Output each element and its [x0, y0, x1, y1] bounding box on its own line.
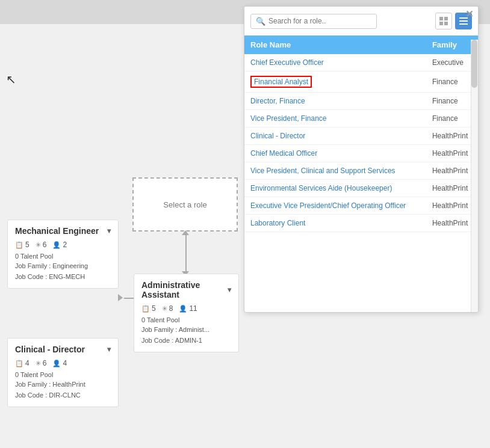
- gear-icon: ✳: [36, 241, 41, 249]
- role-name-cell[interactable]: Clinical - Director: [244, 127, 426, 145]
- role-name-cell[interactable]: Chief Executive Officer: [244, 54, 426, 72]
- panel-header: 🔍: [244, 7, 478, 29]
- role-table: Role Name Family Chief Executive Officer…: [244, 35, 478, 232]
- table-row[interactable]: Vice President, FinanceFinance: [244, 110, 478, 127]
- card-meta-cd: Job Family : HealthPrint Job Code : DIR-…: [15, 379, 111, 400]
- stat-people-admin: 👤 11: [179, 304, 197, 313]
- role-name-link[interactable]: Laboratory Client: [250, 219, 305, 227]
- search-row: 🔍: [250, 13, 472, 29]
- books-icon: 📋: [15, 241, 23, 249]
- table-header-row: Role Name Family: [244, 35, 478, 54]
- role-name-link[interactable]: Vice President, Clinical and Support Ser…: [250, 167, 395, 175]
- arrow-up-icon: [182, 230, 189, 235]
- card-mechanical-engineer: Mechanical Engineer ▾ 📋 5 ✳ 6 👤 2 0 Tale…: [7, 219, 119, 289]
- role-name-link[interactable]: Chief Medical Officer: [250, 149, 317, 158]
- people-icon-2: 👤: [52, 360, 61, 367]
- svg-rect-6: [459, 23, 468, 25]
- stat-books-admin: 📋 5: [141, 304, 156, 313]
- table-row[interactable]: Chief Executive OfficerExecutive: [244, 54, 478, 72]
- close-button[interactable]: ✕: [465, 10, 473, 19]
- stat-gear-cd: ✳ 6: [36, 359, 47, 367]
- role-name-cell[interactable]: Laboratory Client: [244, 215, 426, 232]
- stat-books-cd: 📋 4: [15, 359, 29, 367]
- role-name-cell[interactable]: Environmental Services Aide (Housekeeper…: [244, 180, 426, 197]
- table-row[interactable]: Chief Medical OfficerHealthPrint: [244, 145, 478, 162]
- card-title-mechanical-engineer: Mechanical Engineer ▾: [15, 226, 111, 236]
- search-input[interactable]: [268, 17, 371, 25]
- table-row[interactable]: Laboratory ClientHealthPrint: [244, 215, 478, 232]
- stat-people-cd: 👤 4: [52, 359, 67, 367]
- chevron-down-icon[interactable]: ▾: [107, 227, 111, 235]
- cursor-icon: ↖: [6, 72, 16, 87]
- people-icon: 👤: [52, 241, 61, 249]
- card-title-clinical-director: Clinical - Director ▾: [15, 345, 111, 354]
- arrow-right-icon: [118, 294, 123, 301]
- people-icon-3: 👤: [179, 305, 187, 313]
- search-box[interactable]: 🔍: [250, 14, 377, 29]
- gear-icon-2: ✳: [36, 360, 41, 367]
- card-stats-admin: 📋 5 ✳ 8 👤 11: [141, 304, 231, 313]
- card-stats-clinical-director: 📋 4 ✳ 6 👤 4: [15, 359, 111, 367]
- grid-icon: [439, 17, 448, 25]
- role-selector-panel: ✕ 🔍: [244, 6, 479, 313]
- role-name-cell[interactable]: Vice President, Finance: [244, 110, 426, 127]
- svg-rect-3: [444, 22, 448, 25]
- grid-view-button[interactable]: [435, 13, 452, 29]
- table-wrapper[interactable]: Role Name Family Chief Executive Officer…: [244, 35, 478, 300]
- role-name-cell[interactable]: Chief Medical Officer: [244, 145, 426, 162]
- scrollbar-thumb[interactable]: [471, 40, 477, 88]
- card-meta-mech: Job Family : Engineering Job Code : ENG-…: [15, 261, 111, 282]
- role-name-cell[interactable]: Executive Vice President/Chief Operating…: [244, 197, 426, 215]
- chevron-down-icon-2[interactable]: ▾: [107, 345, 111, 354]
- role-name-link[interactable]: Financial Analyst: [250, 76, 312, 88]
- card-stats-mechanical-engineer: 📋 5 ✳ 6 👤 2: [15, 241, 111, 249]
- card-admin-assistant: Administrative Assistant ▾ 📋 5 ✳ 8 👤 11 …: [134, 274, 239, 352]
- svg-rect-5: [459, 20, 468, 22]
- table-row[interactable]: Financial AnalystFinance: [244, 72, 478, 93]
- table-row[interactable]: Clinical - DirectorHealthPrint: [244, 127, 478, 145]
- stat-gear-admin: ✳ 8: [162, 304, 173, 313]
- svg-rect-2: [439, 22, 443, 25]
- svg-rect-1: [444, 17, 448, 20]
- stat-gear: ✳ 6: [36, 241, 47, 249]
- stat-books: 📋 5: [15, 241, 29, 249]
- connector-line-v: [185, 232, 187, 277]
- stat-people: 👤 2: [52, 241, 67, 249]
- table-row[interactable]: Executive Vice President/Chief Operating…: [244, 197, 478, 215]
- role-name-link[interactable]: Clinical - Director: [250, 132, 305, 140]
- col-header-role-name: Role Name: [244, 35, 426, 54]
- scrollbar-track[interactable]: [471, 40, 478, 313]
- search-icon: 🔍: [256, 17, 265, 26]
- select-role-box[interactable]: Select a role: [132, 177, 238, 232]
- svg-rect-0: [439, 17, 443, 20]
- talent-pool-mech: 0 Talent Pool: [15, 253, 111, 260]
- role-name-link[interactable]: Chief Executive Officer: [250, 58, 324, 67]
- role-name-link[interactable]: Vice President, Finance: [250, 114, 327, 123]
- role-name-link[interactable]: Executive Vice President/Chief Operating…: [250, 201, 406, 210]
- talent-pool-admin: 0 Talent Pool: [141, 316, 231, 324]
- card-meta-admin: Job Family : Administ... Job Code : ADMI…: [141, 325, 231, 346]
- talent-pool-cd: 0 Talent Pool: [15, 371, 111, 378]
- table-row[interactable]: Environmental Services Aide (Housekeeper…: [244, 180, 478, 197]
- role-name-cell[interactable]: Director, Finance: [244, 93, 426, 110]
- gear-icon-3: ✳: [162, 305, 167, 313]
- table-row[interactable]: Vice President, Clinical and Support Ser…: [244, 162, 478, 180]
- role-name-link[interactable]: Environmental Services Aide (Housekeeper…: [250, 184, 392, 192]
- role-name-link[interactable]: Director, Finance: [250, 97, 305, 105]
- books-icon-2: 📋: [15, 360, 23, 367]
- role-name-cell[interactable]: Vice President, Clinical and Support Ser…: [244, 162, 426, 180]
- chevron-down-icon-3[interactable]: ▾: [228, 286, 231, 294]
- card-title-admin: Administrative Assistant ▾: [141, 280, 231, 299]
- role-name-cell[interactable]: Financial Analyst: [244, 72, 426, 93]
- books-icon-3: 📋: [141, 305, 150, 313]
- table-row[interactable]: Director, FinanceFinance: [244, 93, 478, 110]
- card-clinical-director: Clinical - Director ▾ 📋 4 ✳ 6 👤 4 0 Tale…: [7, 338, 119, 407]
